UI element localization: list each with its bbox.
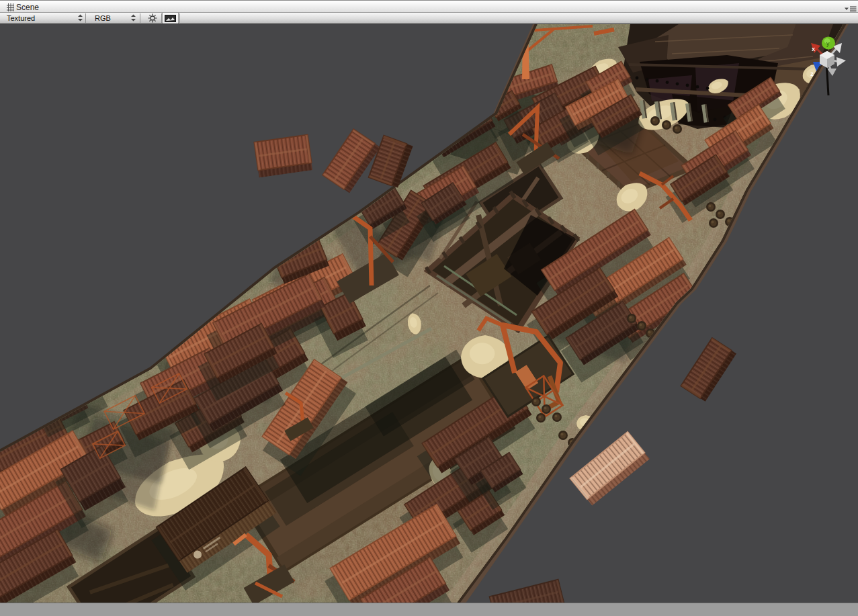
svg-text:y: y	[826, 40, 830, 47]
svg-text:z: z	[810, 71, 814, 77]
svg-text:x: x	[812, 46, 815, 52]
